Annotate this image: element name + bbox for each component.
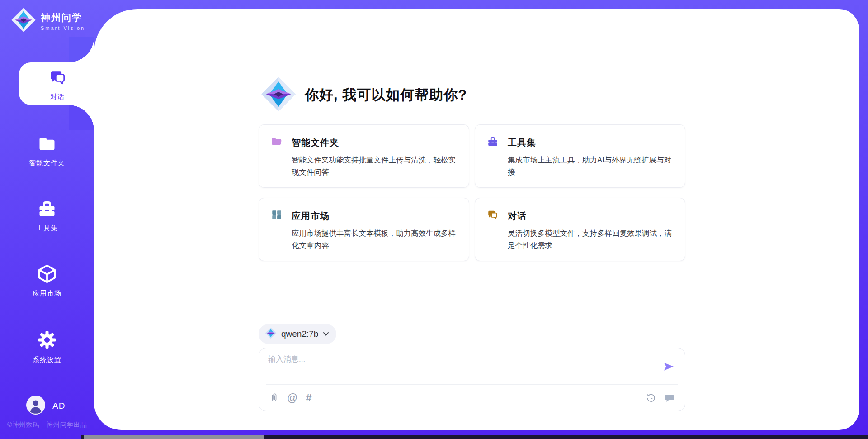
at-icon[interactable]: @ (287, 393, 297, 403)
cube-icon (37, 263, 57, 286)
sidebar-item-app-market[interactable]: 应用市场 (0, 263, 94, 298)
composer-divider (266, 384, 678, 385)
chevron-down-icon (323, 330, 329, 338)
card-smart-folder[interactable]: 智能文件夹 智能文件夹功能支持批量文件上传与清洗，轻松实现文件问答 (259, 124, 469, 188)
sidebar-item-label: 智能文件夹 (0, 159, 94, 167)
avatar (26, 396, 45, 416)
tab-fillet-top (69, 37, 94, 62)
card-description: 灵活切换多模型文件，支持多样回复效果调试，满足个性化需求 (508, 227, 673, 252)
chat-icon (487, 209, 499, 223)
send-icon[interactable] (662, 360, 675, 373)
card-app-market[interactable]: 应用市场 应用市场提供丰富长文本模板，助力高效生成多样化文章内容 (259, 198, 469, 261)
card-description: 智能文件夹功能支持批量文件上传与清洗，轻松实现文件问答 (292, 154, 457, 178)
user-profile[interactable]: AD (26, 396, 65, 416)
message-composer: @ # (259, 348, 685, 411)
sidebar-item-label: 应用市场 (0, 289, 94, 298)
brand-name: 神州问学 (41, 12, 82, 23)
gear-icon (36, 329, 58, 353)
diamond-logo-icon (11, 7, 36, 34)
card-title: 应用市场 (292, 210, 330, 222)
sidebar-item-smart-folder[interactable]: 智能文件夹 (0, 134, 94, 167)
tab-fillet-bottom (69, 105, 94, 130)
toolbox-icon (37, 199, 57, 221)
diamond-logo-icon (265, 327, 277, 341)
card-toolbox[interactable]: 工具集 集成市场上主流工具，助力AI与外界无缝扩展与对接 (475, 124, 685, 188)
card-title: 智能文件夹 (292, 137, 339, 149)
folder-open-icon (271, 136, 283, 149)
sidebar-item-chat[interactable]: 对话 (19, 62, 96, 105)
greeting-title: 你好, 我可以如何帮助你? (305, 86, 467, 105)
grid-icon (271, 209, 283, 223)
message-input[interactable] (268, 354, 657, 380)
model-name: qwen2:7b (281, 329, 318, 339)
horizontal-scrollbar[interactable] (81, 435, 868, 439)
sidebar: 神州问学 Smart Vision 对话 智能 (0, 0, 94, 439)
sidebar-item-label: 系统设置 (0, 356, 94, 364)
sidebar-item-label: 对话 (19, 93, 96, 101)
greeting: 你好, 我可以如何帮助你? (260, 76, 467, 114)
user-initials: AD (52, 401, 65, 411)
card-description: 应用市场提供丰富长文本模板，助力高效生成多样化文章内容 (292, 227, 457, 252)
model-selector[interactable]: qwen2:7b (259, 324, 336, 344)
card-chat[interactable]: 对话 灵活切换多模型文件，支持多样回复效果调试，满足个性化需求 (475, 198, 685, 261)
scrollbar-thumb[interactable] (84, 435, 264, 439)
card-title: 工具集 (508, 137, 536, 149)
history-icon[interactable] (646, 393, 656, 403)
sidebar-item-label: 工具集 (0, 224, 94, 233)
chat-bubble-icon[interactable] (664, 393, 675, 403)
diamond-logo-icon (260, 76, 297, 114)
feature-cards: 智能文件夹 智能文件夹功能支持批量文件上传与清洗，轻松实现文件问答 工具集 集成… (259, 124, 685, 261)
card-title: 对话 (508, 210, 527, 222)
card-description: 集成市场上主流工具，助力AI与外界无缝扩展与对接 (508, 154, 673, 178)
brand-logo: 神州问学 Smart Vision (11, 7, 85, 34)
paperclip-icon[interactable] (269, 392, 279, 403)
folder-icon (37, 134, 57, 156)
sidebar-item-toolbox[interactable]: 工具集 (0, 199, 94, 233)
copyright-text: ©神州数码 · 神州问学出品 (7, 421, 87, 429)
chat-icon (47, 68, 67, 90)
toolbox-icon (487, 136, 499, 149)
brand-subtitle: Smart Vision (41, 25, 85, 31)
app-window: 神州问学 Smart Vision 对话 智能 (0, 0, 868, 439)
composer-toolbar: @ # (269, 390, 675, 406)
hash-icon[interactable]: # (306, 392, 311, 403)
sidebar-item-settings[interactable]: 系统设置 (0, 329, 94, 364)
